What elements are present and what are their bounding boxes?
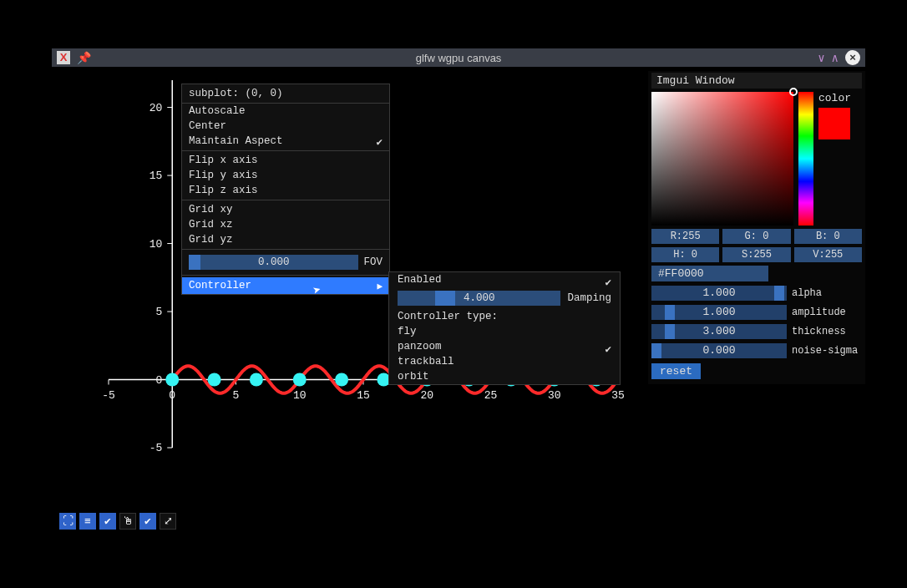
imgui-panel[interactable]: Imgui Window color R:255 G: 0 B: 0 H: 0 … [648,71,865,384]
window-title: glfw wgpu canvas [99,52,818,64]
titlebar[interactable]: X 📌 glfw wgpu canvas ∨ ∧ × [52,48,865,67]
menu-item-controller[interactable]: Controller ▶ [182,277,389,294]
menu-item-center[interactable]: Center [182,119,389,134]
color-hue-strip[interactable] [798,92,813,226]
svg-text:10: 10 [293,389,307,402]
color-hex-input[interactable]: #FF0000 [651,266,768,281]
submenu-item-enabled[interactable]: Enabled ✔ [389,272,620,287]
color-sv-picker[interactable] [651,92,793,226]
damping-label: Damping [567,292,611,304]
maximize-icon[interactable]: ∧ [832,51,839,65]
color-swatch[interactable] [818,108,850,139]
check-icon: ✔ [605,276,611,289]
submenu-item-panzoom[interactable]: panzoom ✔ [389,339,620,354]
svg-point-32 [165,373,179,387]
svg-point-36 [335,373,348,387]
color-g[interactable]: G: 0 [722,229,790,244]
minimize-icon[interactable]: ∨ [818,51,824,65]
fov-slider-handle[interactable] [189,255,200,270]
menu-item-autoscale[interactable]: Autoscale [182,104,389,119]
imgui-title[interactable]: Imgui Window [651,73,862,89]
svg-text:5: 5 [155,306,162,318]
chevron-right-icon: ▶ [377,281,383,291]
amplitude-label: amplitude [792,307,862,318]
svg-text:0: 0 [155,374,162,387]
svg-text:20: 20 [420,389,433,402]
svg-point-33 [208,373,221,387]
color-v[interactable]: V:255 [794,247,862,262]
amplitude-slider[interactable]: 1.000 [651,305,787,320]
alpha-slider[interactable]: 1.000 [651,286,787,301]
reset-button[interactable]: reset [651,363,701,379]
tool-align-icon[interactable]: ≡ [79,513,96,530]
plot-toolbar: ⛶ ≡ ✔ 🖱 ✔ ⤢ [57,510,179,532]
sv-cursor-icon[interactable] [789,88,798,96]
color-h[interactable]: H: 0 [651,247,719,262]
menu-item-grid-yz[interactable]: Grid yz [182,232,389,247]
submenu-item-trackball[interactable]: trackball [389,354,620,369]
svg-text:-5: -5 [102,389,115,402]
thickness-label: thickness [792,326,862,337]
damping-slider-handle[interactable] [435,291,455,306]
alpha-label: alpha [792,287,862,299]
svg-text:15: 15 [357,389,370,402]
app-window: X 📌 glfw wgpu canvas ∨ ∧ × -505101520253… [52,48,865,533]
canvas[interactable]: -505101520253035-505101520 subplot: (0, … [52,67,865,533]
svg-text:0: 0 [169,389,175,402]
menu-item-flip-x[interactable]: Flip x axis [182,153,389,168]
fov-label: FOV [363,256,383,268]
tool-check2-icon[interactable]: ✔ [139,513,156,530]
menu-item-flip-z[interactable]: Flip z axis [182,183,389,198]
menu-item-fov[interactable]: 0.000 FOV [182,251,389,273]
color-s[interactable]: S:255 [722,247,790,262]
damping-slider[interactable]: 4.000 [398,291,560,306]
menu-item-maintain-aspect[interactable]: Maintain Aspect ✔ [182,134,389,149]
noise-label: noise-sigma [792,345,862,357]
color-r[interactable]: R:255 [651,229,719,244]
svg-text:30: 30 [548,389,561,402]
color-label: color [818,92,851,104]
svg-text:20: 20 [149,102,163,114]
controller-submenu[interactable]: Enabled ✔ 4.000 Damping Controller type:… [388,271,621,385]
context-menu-header: subplot: (0, 0) [182,84,389,104]
submenu-header: Controller type: [389,309,620,324]
fov-slider[interactable]: 0.000 [189,255,358,270]
tool-mouse-icon[interactable]: 🖱 [119,513,136,530]
color-b[interactable]: B: 0 [794,229,862,244]
noise-slider[interactable]: 0.000 [651,343,787,358]
context-menu[interactable]: subplot: (0, 0) Autoscale Center Maintai… [181,84,390,295]
close-icon[interactable]: × [845,50,860,65]
app-icon: X [57,51,70,64]
svg-point-35 [293,373,307,387]
svg-text:15: 15 [149,170,163,182]
submenu-item-fly[interactable]: fly [389,324,620,339]
pin-icon[interactable]: 📌 [77,51,91,65]
svg-text:35: 35 [611,389,625,402]
svg-text:-5: -5 [149,442,163,454]
svg-text:5: 5 [233,389,240,402]
tool-expand-icon[interactable]: ⤢ [160,513,176,530]
menu-item-grid-xz[interactable]: Grid xz [182,217,389,232]
menu-item-grid-xy[interactable]: Grid xy [182,202,389,217]
check-icon: ✔ [376,135,383,149]
thickness-slider[interactable]: 3.000 [651,324,787,339]
submenu-item-orbit[interactable]: orbit [389,369,620,384]
submenu-item-damping[interactable]: 4.000 Damping [389,287,620,309]
svg-text:25: 25 [484,389,498,402]
tool-fullscreen-icon[interactable]: ⛶ [59,513,76,530]
svg-text:10: 10 [149,238,163,251]
menu-item-flip-y[interactable]: Flip y axis [182,168,389,183]
svg-point-34 [250,373,263,387]
tool-check1-icon[interactable]: ✔ [99,513,116,530]
